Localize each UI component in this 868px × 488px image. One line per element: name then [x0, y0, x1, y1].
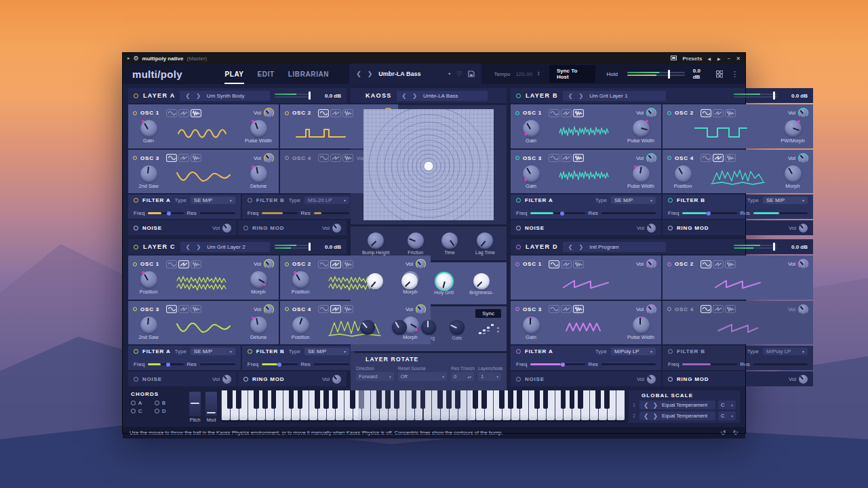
noise-vol-knob[interactable]: [222, 224, 231, 232]
noise-vol-knob[interactable]: [647, 224, 656, 232]
tempo-value[interactable]: 120.00: [515, 71, 532, 77]
pulse-width-knob[interactable]: [250, 120, 267, 137]
vol-knob[interactable]: [646, 259, 656, 269]
direction-select[interactable]: Forward▾: [356, 372, 394, 381]
filter-type-select[interactable]: M/Poly LP▾: [611, 348, 656, 355]
filter-led[interactable]: [668, 198, 673, 203]
black-key[interactable]: [254, 390, 259, 409]
wave-icon-sine[interactable]: [549, 154, 559, 162]
prev-icon[interactable]: ❮: [568, 93, 573, 99]
res-slider[interactable]: [601, 212, 656, 214]
osc-led[interactable]: [515, 111, 519, 115]
prev-icon[interactable]: ❮: [402, 93, 407, 99]
wave-icon-multi[interactable]: [191, 260, 201, 268]
layer-d-led[interactable]: [516, 245, 521, 249]
black-key[interactable]: [350, 390, 355, 409]
black-key[interactable]: [376, 390, 382, 409]
res-slider[interactable]: [200, 363, 235, 365]
black-key[interactable]: [359, 390, 364, 409]
vol-knob[interactable]: [798, 304, 808, 314]
black-key[interactable]: [385, 390, 391, 409]
wave-icon-sine[interactable]: [166, 260, 177, 268]
layer-a-preset-name[interactable]: Um Synth Body: [207, 93, 245, 99]
wave-icon-multi[interactable]: [342, 305, 353, 313]
kaoss-preset-select[interactable]: ❮❯ Umbr-LA Bass: [397, 91, 488, 101]
black-key[interactable]: [543, 390, 549, 409]
layer-b-preset-select[interactable]: ❮❯ Um Grit Layer 1: [563, 91, 666, 101]
preset-prev-button[interactable]: ◀: [707, 56, 712, 61]
morph-knob[interactable]: [250, 271, 267, 288]
preset-browser[interactable]: ❮ ❯ Umbr-LA Bass • ♡: [349, 64, 481, 84]
pitch-wheel[interactable]: Pitch: [189, 392, 201, 422]
keyboard[interactable]: [221, 390, 625, 422]
osc-led[interactable]: [667, 156, 671, 160]
sync-to-host-button[interactable]: Sync To Host: [549, 65, 596, 83]
vol-knob[interactable]: [416, 304, 426, 314]
black-key[interactable]: [481, 390, 487, 409]
wave-icon-saw[interactable]: [330, 109, 341, 117]
pulse-width-knob[interactable]: [633, 120, 650, 137]
wave-icon-multi[interactable]: [725, 109, 736, 117]
position-knob[interactable]: [140, 271, 157, 288]
black-key[interactable]: [412, 390, 417, 409]
wave-icon-sine[interactable]: [166, 109, 177, 117]
reset-source-select[interactable]: Off▾: [398, 372, 447, 381]
mod-knob-4[interactable]: [473, 273, 490, 289]
preset-prev-icon[interactable]: ❮: [356, 70, 361, 77]
wave-icon-multi[interactable]: [573, 109, 584, 117]
layer-a-volume-slider[interactable]: [275, 93, 320, 99]
position-knob[interactable]: [292, 271, 309, 288]
tab-librarian[interactable]: LIBRARIAN: [288, 64, 329, 84]
hold-button[interactable]: Hold: [606, 71, 617, 77]
black-key[interactable]: [446, 390, 452, 409]
pulse-width-knob[interactable]: [633, 165, 650, 182]
wave-icon-sine[interactable]: [166, 154, 177, 162]
chord-a-radio[interactable]: A: [131, 400, 152, 406]
freq-slider[interactable]: [530, 363, 585, 365]
black-key[interactable]: [508, 390, 513, 409]
tab-edit[interactable]: EDIT: [258, 64, 275, 84]
black-key[interactable]: [570, 390, 575, 409]
layers-per-note-select[interactable]: 1▾: [478, 372, 501, 381]
black-key[interactable]: [561, 390, 566, 409]
filter-type-select[interactable]: SE M/P▾: [191, 348, 235, 355]
prev-icon[interactable]: ❮: [186, 244, 191, 250]
wave-icon-saw[interactable]: [178, 260, 189, 268]
wave-icon-sine[interactable]: [701, 305, 711, 313]
filter-type-select[interactable]: SE M/P▾: [304, 348, 349, 355]
wave-icon-multi[interactable]: [342, 260, 353, 268]
freq-slider[interactable]: [262, 212, 297, 214]
kaoss-preset-name[interactable]: Umbr-LA Bass: [423, 93, 458, 99]
black-key[interactable]: [315, 390, 320, 409]
freq-slider[interactable]: [262, 363, 297, 365]
undo-icon[interactable]: ↺: [720, 429, 726, 436]
black-key[interactable]: [604, 390, 610, 409]
save-icon[interactable]: [468, 70, 475, 77]
osc-led[interactable]: [515, 156, 519, 160]
wave-icon-saw[interactable]: [330, 260, 341, 268]
black-key[interactable]: [289, 390, 294, 409]
wave-icon-saw[interactable]: [561, 154, 572, 162]
ringmod-vol-knob[interactable]: [799, 375, 808, 384]
filter-led[interactable]: [516, 349, 521, 354]
wave-icon-saw[interactable]: [713, 154, 724, 162]
wave-icon-sine[interactable]: [166, 305, 177, 313]
next-icon[interactable]: ❯: [653, 402, 658, 409]
layer-c-led[interactable]: [134, 245, 138, 249]
preset-next-button[interactable]: ▶: [717, 56, 722, 61]
osc-led[interactable]: [515, 307, 519, 311]
presets-button[interactable]: Presets: [682, 56, 702, 62]
filter-led[interactable]: [248, 349, 252, 354]
close-button[interactable]: ✕: [736, 56, 741, 62]
freq-slider[interactable]: [148, 363, 183, 365]
wave-icon-saw[interactable]: [178, 109, 189, 117]
time-knob[interactable]: [441, 232, 458, 249]
next-icon[interactable]: ❯: [578, 93, 583, 99]
black-key[interactable]: [534, 390, 540, 409]
filter-led[interactable]: [248, 198, 252, 203]
osc-led[interactable]: [285, 307, 289, 311]
chord-d-radio[interactable]: D: [155, 408, 176, 414]
wave-icon-multi[interactable]: [725, 154, 736, 162]
osc-led[interactable]: [133, 111, 137, 115]
next-icon[interactable]: ❯: [196, 93, 201, 99]
